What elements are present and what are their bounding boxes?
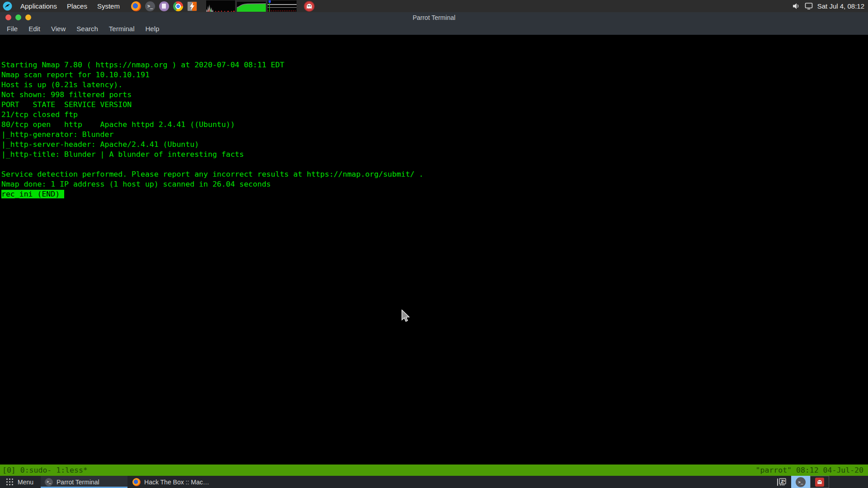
menu-terminal[interactable]: Terminal [108, 25, 136, 33]
window-title: Parrot Terminal [413, 14, 456, 21]
terminal-icon[interactable]: >_ [145, 1, 155, 11]
task-item-parrot-terminal[interactable]: >_ Parrot Terminal [41, 476, 127, 488]
chat-notifier-icon [815, 478, 824, 487]
firefox-icon [132, 478, 141, 486]
tmux-windows[interactable]: [0] 0:sudo- 1:less* [2, 466, 88, 474]
display-icon[interactable] [805, 2, 813, 10]
menu-view[interactable]: View [50, 25, 67, 33]
task-item-label: Hack The Box :: Machin... [144, 479, 211, 486]
desktop: Applications Places System >_ [0, 0, 868, 488]
tmux-session-info: "parrot" 08:12 04-Jul-20 [756, 466, 863, 474]
mouse-cursor [401, 310, 412, 324]
top-panel: Applications Places System >_ [0, 0, 868, 12]
system-monitors [206, 0, 297, 12]
memory-graph-icon[interactable] [237, 0, 266, 12]
clock[interactable]: Sat Jul 4, 08:12 [817, 2, 864, 10]
terminal-tray-icon[interactable]: >_ [791, 476, 810, 488]
menu-edit[interactable]: Edit [27, 25, 42, 33]
minimize-button[interactable] [25, 14, 31, 20]
svg-text:z: z [783, 479, 785, 482]
window-menubar: File Edit View Search Terminal Help [0, 23, 868, 35]
applications-menu[interactable]: Applications [15, 0, 62, 12]
firefox-icon[interactable] [131, 1, 141, 11]
terminal-icon: >_ [796, 477, 806, 487]
document-viewer-icon[interactable] [159, 1, 169, 11]
start-menu-button[interactable]: Menu [0, 476, 40, 488]
nmap-output: Starting Nmap 7.80 ( https://nmap.org ) … [1, 61, 424, 188]
sleep-inhibit-tray-icon[interactable]: Z z [772, 476, 791, 488]
cpu-graph-icon[interactable] [206, 0, 235, 12]
taskbar: Menu >_ Parrot Terminal Hack The Box :: … [0, 476, 868, 488]
task-item-firefox-hackthebox[interactable]: Hack The Box :: Machin... [128, 476, 215, 488]
network-graph-icon[interactable] [268, 0, 297, 12]
volume-icon[interactable] [793, 2, 800, 10]
terminal-icon: >_ [45, 478, 53, 486]
terminal-output: Starting Nmap 7.80 ( https://nmap.org ) … [0, 35, 868, 199]
bolt-tool-icon[interactable] [187, 1, 197, 11]
launcher-icons: >_ [131, 1, 197, 11]
chat-notifier-icon[interactable] [304, 1, 315, 12]
menu-search[interactable]: Search [75, 25, 99, 33]
tmux-status-bar: [0] 0:sudo- 1:less* "parrot" 08:12 04-Ju… [0, 465, 868, 476]
menu-label: Menu [18, 479, 33, 486]
parrot-logo-icon[interactable] [3, 1, 12, 11]
menu-grid-icon [6, 479, 14, 486]
task-item-label: Parrot Terminal [57, 479, 99, 486]
window-controls [5, 12, 31, 23]
window-titlebar: Parrot Terminal [0, 12, 868, 23]
pager-status: rec_ini (END) [1, 190, 64, 198]
panel-status-area: Sat Jul 4, 08:12 [793, 2, 868, 10]
taskbar-tray: Z z >_ [772, 476, 868, 488]
chat-notifier-tray-icon[interactable] [810, 476, 829, 488]
menu-help[interactable]: Help [144, 25, 161, 33]
maximize-button[interactable] [15, 14, 21, 20]
places-menu[interactable]: Places [62, 0, 92, 12]
terminal-viewport[interactable]: Starting Nmap 7.80 ( https://nmap.org ) … [0, 35, 868, 465]
menu-file[interactable]: File [5, 25, 19, 33]
close-button[interactable] [5, 14, 11, 20]
system-menu[interactable]: System [92, 0, 125, 12]
chromium-icon[interactable] [173, 1, 183, 11]
